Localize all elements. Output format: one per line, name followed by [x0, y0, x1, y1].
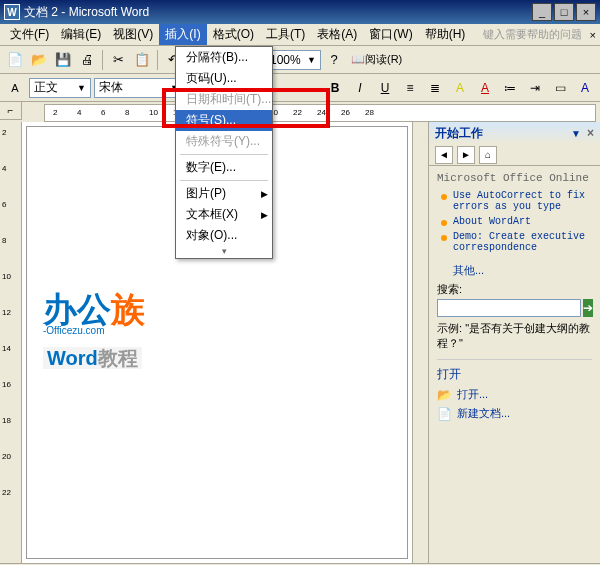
close-button[interactable]: ×	[576, 3, 596, 21]
watermark-logo: 办公族 -Officezu.com Word教程	[43, 292, 145, 370]
underline-icon[interactable]: U	[374, 77, 396, 99]
search-go-button[interactable]: ➔	[583, 299, 593, 317]
bullet-icon	[441, 220, 447, 226]
link-autocorrect[interactable]: Use AutoCorrect to fix errors as you typ…	[453, 190, 592, 212]
cut-icon[interactable]: ✂	[107, 49, 129, 71]
bold-icon[interactable]: B	[324, 77, 346, 99]
window-title: 文档 2 - Microsoft Word	[24, 4, 532, 21]
italic-icon[interactable]: I	[349, 77, 371, 99]
taskpane-nav: ◄ ► ⌂	[429, 144, 600, 166]
new-icon[interactable]: 📄	[4, 49, 26, 71]
menu-file[interactable]: 文件(F)	[4, 24, 55, 45]
nav-home-icon[interactable]: ⌂	[479, 146, 497, 164]
menu-item[interactable]: 文本框(X)▶	[176, 204, 272, 225]
highlight-icon[interactable]: A	[449, 77, 471, 99]
task-pane: 开始工作 ▼ × ◄ ► ⌂ Microsoft Office Online U…	[428, 122, 600, 563]
style-icon[interactable]: A	[4, 77, 26, 99]
link-demo[interactable]: Demo: Create executive correspondence	[453, 231, 592, 253]
online-heading: Microsoft Office Online	[437, 172, 592, 184]
menu-view[interactable]: 视图(V)	[107, 24, 159, 45]
menu-help[interactable]: 帮助(H)	[419, 24, 472, 45]
menu-item[interactable]: 分隔符(B)...	[176, 47, 272, 68]
menu-item: 特殊符号(Y)...	[176, 131, 272, 152]
print-icon[interactable]: 🖨	[76, 49, 98, 71]
expand-menu-icon[interactable]: ▾	[176, 246, 272, 258]
window-controls: _ □ ×	[532, 3, 596, 21]
font-color-icon[interactable]: A	[474, 77, 496, 99]
new-doc-icon: 📄	[437, 407, 451, 421]
reading-button[interactable]: 📖 阅读(R)	[347, 49, 406, 71]
vertical-scrollbar[interactable]	[412, 122, 428, 563]
menu-edit[interactable]: 编辑(E)	[55, 24, 107, 45]
menu-item[interactable]: 对象(O)...	[176, 225, 272, 246]
standard-toolbar: 📄 📂 💾 🖨 ✂ 📋 ↶ ↷ ▦ ✏ 100%▼ ? 📖 阅读(R)	[0, 46, 600, 74]
list-icon[interactable]: ≔	[499, 77, 521, 99]
style-combo[interactable]: 正文▼	[29, 78, 91, 98]
insert-menu-dropdown: 分隔符(B)...页码(U)...日期和时间(T)...符号(S)...特殊符号…	[175, 46, 273, 259]
app-icon: W	[4, 4, 20, 20]
taskpane-dropdown-icon[interactable]: ▼	[571, 128, 581, 139]
folder-icon: 📂	[437, 388, 451, 402]
horizontal-ruler[interactable]: 246810121416182022242628	[44, 104, 596, 122]
online-links: Use AutoCorrect to fix errors as you typ…	[441, 190, 592, 253]
menu-window[interactable]: 窗口(W)	[363, 24, 418, 45]
open-link[interactable]: 📂打开...	[437, 387, 592, 402]
menu-insert[interactable]: 插入(I)	[159, 24, 206, 45]
link-wordart[interactable]: About WordArt	[453, 216, 531, 227]
vertical-ruler[interactable]: 246810121416182022	[0, 122, 22, 563]
menu-item[interactable]: 符号(S)...	[176, 110, 272, 131]
menu-table[interactable]: 表格(A)	[311, 24, 363, 45]
bullet-icon	[441, 235, 447, 241]
menubar: 文件(F) 编辑(E) 视图(V) 插入(I) 格式(O) 工具(T) 表格(A…	[0, 24, 600, 46]
align-left-icon[interactable]: ≡	[399, 77, 421, 99]
save-icon[interactable]: 💾	[52, 49, 74, 71]
zoom-combo[interactable]: 100%▼	[265, 50, 321, 70]
menu-tools[interactable]: 工具(T)	[260, 24, 311, 45]
font-combo[interactable]: 宋体▼	[94, 78, 184, 98]
search-input[interactable]	[437, 299, 581, 317]
indent-icon[interactable]: ⇥	[524, 77, 546, 99]
search-label: 搜索:	[437, 282, 592, 297]
open-icon[interactable]: 📂	[28, 49, 50, 71]
char-format-icon[interactable]: A	[574, 77, 596, 99]
copy-icon[interactable]: 📋	[131, 49, 153, 71]
minimize-button[interactable]: _	[532, 3, 552, 21]
bullet-icon	[441, 194, 447, 200]
help-question-box[interactable]: 键入需要帮助的问题	[483, 27, 582, 42]
menu-item[interactable]: 数字(E)...	[176, 157, 272, 178]
taskpane-header: 开始工作 ▼ ×	[429, 122, 600, 144]
titlebar: W 文档 2 - Microsoft Word _ □ ×	[0, 0, 600, 24]
open-heading: 打开	[437, 359, 592, 383]
nav-fwd-icon[interactable]: ►	[457, 146, 475, 164]
menu-format[interactable]: 格式(O)	[207, 24, 260, 45]
help-icon[interactable]: ?	[323, 49, 345, 71]
menu-item: 日期和时间(T)...	[176, 89, 272, 110]
more-link[interactable]: 其他...	[453, 264, 484, 276]
search-example: 示例: "是否有关于创建大纲的教程？"	[437, 321, 592, 351]
new-doc-link[interactable]: 📄新建文档...	[437, 406, 592, 421]
maximize-button[interactable]: □	[554, 3, 574, 21]
taskpane-close-icon[interactable]: ×	[587, 126, 594, 140]
ruler-corner: ⌐	[0, 102, 22, 120]
menu-item[interactable]: 图片(P)▶	[176, 183, 272, 204]
border-icon[interactable]: ▭	[549, 77, 571, 99]
mdi-close-icon[interactable]: ×	[590, 29, 596, 41]
menu-item[interactable]: 页码(U)...	[176, 68, 272, 89]
nav-back-icon[interactable]: ◄	[435, 146, 453, 164]
formatting-toolbar: A 正文▼ 宋体▼ B I U ≡ ≣ A A ≔ ⇥ ▭ A	[0, 74, 600, 102]
align-center-icon[interactable]: ≣	[424, 77, 446, 99]
